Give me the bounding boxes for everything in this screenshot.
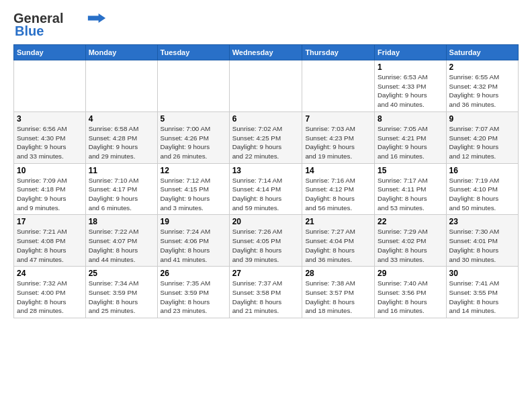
calendar-cell: 10Sunrise: 7:09 AM Sunset: 4:18 PM Dayli… — [14, 163, 86, 215]
calendar-cell: 29Sunrise: 7:40 AM Sunset: 3:56 PM Dayli… — [375, 267, 447, 318]
calendar-cell: 22Sunrise: 7:29 AM Sunset: 4:02 PM Dayli… — [375, 215, 447, 267]
cell-info-text: Sunrise: 7:12 AM Sunset: 4:15 PM Dayligh… — [161, 176, 226, 213]
cell-info-text: Sunrise: 7:07 AM Sunset: 4:20 PM Dayligh… — [449, 124, 515, 161]
calendar-cell: 13Sunrise: 7:14 AM Sunset: 4:14 PM Dayli… — [229, 163, 302, 215]
calendar-cell: 17Sunrise: 7:21 AM Sunset: 4:08 PM Dayli… — [14, 215, 86, 267]
svg-marker-0 — [88, 13, 105, 23]
calendar-col-header: Tuesday — [157, 45, 229, 60]
cell-info-text: Sunrise: 7:00 AM Sunset: 4:26 PM Dayligh… — [161, 124, 226, 161]
calendar-cell: 21Sunrise: 7:27 AM Sunset: 4:04 PM Dayli… — [302, 215, 375, 267]
cell-info-text: Sunrise: 6:53 AM Sunset: 4:33 PM Dayligh… — [378, 73, 443, 109]
cell-day-number: 8 — [378, 114, 443, 124]
cell-info-text: Sunrise: 6:58 AM Sunset: 4:28 PM Dayligh… — [89, 124, 154, 161]
cell-info-text: Sunrise: 7:17 AM Sunset: 4:11 PM Dayligh… — [378, 176, 443, 213]
cell-info-text: Sunrise: 7:26 AM Sunset: 4:05 PM Dayligh… — [232, 227, 300, 264]
header: General Blue — [13, 11, 519, 39]
cell-day-number: 17 — [17, 217, 83, 226]
cell-day-number: 15 — [378, 166, 443, 175]
cell-info-text: Sunrise: 7:37 AM Sunset: 3:58 PM Dayligh… — [232, 279, 300, 316]
cell-info-text: Sunrise: 7:02 AM Sunset: 4:25 PM Dayligh… — [232, 124, 300, 161]
cell-info-text: Sunrise: 7:21 AM Sunset: 4:08 PM Dayligh… — [17, 227, 83, 264]
cell-day-number: 30 — [449, 269, 515, 278]
cell-day-number: 29 — [378, 269, 443, 278]
cell-day-number: 25 — [89, 269, 154, 278]
cell-day-number: 4 — [89, 114, 154, 124]
cell-info-text: Sunrise: 7:19 AM Sunset: 4:10 PM Dayligh… — [449, 176, 515, 213]
calendar-cell: 28Sunrise: 7:38 AM Sunset: 3:57 PM Dayli… — [302, 267, 375, 318]
cell-info-text: Sunrise: 6:56 AM Sunset: 4:30 PM Dayligh… — [17, 124, 83, 161]
cell-day-number: 22 — [378, 217, 443, 226]
cell-info-text: Sunrise: 7:16 AM Sunset: 4:12 PM Dayligh… — [305, 176, 371, 213]
calendar-cell: 26Sunrise: 7:35 AM Sunset: 3:59 PM Dayli… — [157, 267, 229, 318]
calendar-col-header: Friday — [375, 45, 447, 60]
cell-info-text: Sunrise: 7:35 AM Sunset: 3:59 PM Dayligh… — [161, 279, 226, 316]
calendar-week-row: 1Sunrise: 6:53 AM Sunset: 4:33 PM Daylig… — [14, 60, 519, 112]
cell-info-text: Sunrise: 7:29 AM Sunset: 4:02 PM Dayligh… — [378, 227, 443, 264]
cell-day-number: 23 — [449, 217, 515, 226]
cell-info-text: Sunrise: 7:32 AM Sunset: 4:00 PM Dayligh… — [17, 279, 83, 316]
calendar-cell: 23Sunrise: 7:30 AM Sunset: 4:01 PM Dayli… — [446, 215, 518, 267]
cell-day-number: 10 — [17, 166, 83, 175]
calendar-col-header: Saturday — [446, 45, 518, 60]
calendar-cell: 7Sunrise: 7:03 AM Sunset: 4:23 PM Daylig… — [302, 111, 375, 163]
cell-day-number: 3 — [17, 114, 83, 124]
calendar-cell: 27Sunrise: 7:37 AM Sunset: 3:58 PM Dayli… — [229, 267, 302, 318]
cell-day-number: 12 — [161, 166, 226, 175]
calendar-cell — [157, 60, 229, 112]
calendar-cell — [14, 60, 86, 112]
cell-info-text: Sunrise: 7:38 AM Sunset: 3:57 PM Dayligh… — [305, 279, 371, 316]
calendar-cell — [302, 60, 375, 112]
cell-day-number: 16 — [449, 166, 515, 175]
cell-info-text: Sunrise: 7:05 AM Sunset: 4:21 PM Dayligh… — [378, 124, 443, 161]
calendar-cell: 18Sunrise: 7:22 AM Sunset: 4:07 PM Dayli… — [85, 215, 157, 267]
logo-icon — [87, 13, 106, 23]
cell-info-text: Sunrise: 7:24 AM Sunset: 4:06 PM Dayligh… — [161, 227, 226, 264]
cell-day-number: 18 — [89, 217, 154, 226]
calendar-cell: 20Sunrise: 7:26 AM Sunset: 4:05 PM Dayli… — [229, 215, 302, 267]
logo-blue: Blue — [15, 24, 44, 39]
calendar-cell — [229, 60, 302, 112]
calendar-cell: 25Sunrise: 7:34 AM Sunset: 3:59 PM Dayli… — [85, 267, 157, 318]
cell-info-text: Sunrise: 7:27 AM Sunset: 4:04 PM Dayligh… — [305, 227, 371, 264]
cell-day-number: 28 — [305, 269, 371, 278]
cell-info-text: Sunrise: 7:34 AM Sunset: 3:59 PM Dayligh… — [89, 279, 154, 316]
cell-day-number: 5 — [161, 114, 226, 124]
cell-day-number: 9 — [449, 114, 515, 124]
calendar-cell: 16Sunrise: 7:19 AM Sunset: 4:10 PM Dayli… — [446, 163, 518, 215]
cell-info-text: Sunrise: 7:22 AM Sunset: 4:07 PM Dayligh… — [89, 227, 154, 264]
cell-info-text: Sunrise: 7:41 AM Sunset: 3:55 PM Dayligh… — [449, 279, 515, 316]
calendar-cell: 24Sunrise: 7:32 AM Sunset: 4:00 PM Dayli… — [14, 267, 86, 318]
cell-day-number: 20 — [232, 217, 300, 226]
calendar-cell: 12Sunrise: 7:12 AM Sunset: 4:15 PM Dayli… — [157, 163, 229, 215]
cell-info-text: Sunrise: 6:55 AM Sunset: 4:32 PM Dayligh… — [449, 73, 515, 109]
cell-day-number: 26 — [161, 269, 226, 278]
cell-info-text: Sunrise: 7:03 AM Sunset: 4:23 PM Dayligh… — [305, 124, 371, 161]
cell-day-number: 6 — [232, 114, 300, 124]
cell-day-number: 2 — [449, 62, 515, 72]
cell-info-text: Sunrise: 7:10 AM Sunset: 4:17 PM Dayligh… — [89, 176, 154, 213]
cell-info-text: Sunrise: 7:09 AM Sunset: 4:18 PM Dayligh… — [17, 176, 83, 213]
calendar-table: SundayMondayTuesdayWednesdayThursdayFrid… — [13, 44, 519, 318]
calendar-cell: 15Sunrise: 7:17 AM Sunset: 4:11 PM Dayli… — [375, 163, 447, 215]
cell-info-text: Sunrise: 7:40 AM Sunset: 3:56 PM Dayligh… — [378, 279, 443, 316]
calendar-cell — [85, 60, 157, 112]
cell-day-number: 7 — [305, 114, 371, 124]
calendar-col-header: Thursday — [302, 45, 375, 60]
calendar-cell: 6Sunrise: 7:02 AM Sunset: 4:25 PM Daylig… — [229, 111, 302, 163]
page: General Blue SundayMondayTuesdayWednesda… — [0, 0, 532, 325]
calendar-col-header: Wednesday — [229, 45, 302, 60]
calendar-cell: 11Sunrise: 7:10 AM Sunset: 4:17 PM Dayli… — [85, 163, 157, 215]
calendar-cell: 5Sunrise: 7:00 AM Sunset: 4:26 PM Daylig… — [157, 111, 229, 163]
logo: General Blue — [13, 11, 106, 39]
calendar-cell: 4Sunrise: 6:58 AM Sunset: 4:28 PM Daylig… — [85, 111, 157, 163]
cell-day-number: 1 — [378, 62, 443, 72]
calendar-cell: 9Sunrise: 7:07 AM Sunset: 4:20 PM Daylig… — [446, 111, 518, 163]
calendar-week-row: 10Sunrise: 7:09 AM Sunset: 4:18 PM Dayli… — [14, 163, 519, 215]
calendar-col-header: Sunday — [14, 45, 86, 60]
calendar-cell: 1Sunrise: 6:53 AM Sunset: 4:33 PM Daylig… — [375, 60, 447, 112]
calendar-cell: 8Sunrise: 7:05 AM Sunset: 4:21 PM Daylig… — [375, 111, 447, 163]
cell-day-number: 19 — [161, 217, 226, 226]
calendar-cell: 2Sunrise: 6:55 AM Sunset: 4:32 PM Daylig… — [446, 60, 518, 112]
cell-day-number: 27 — [232, 269, 300, 278]
cell-day-number: 14 — [305, 166, 371, 175]
